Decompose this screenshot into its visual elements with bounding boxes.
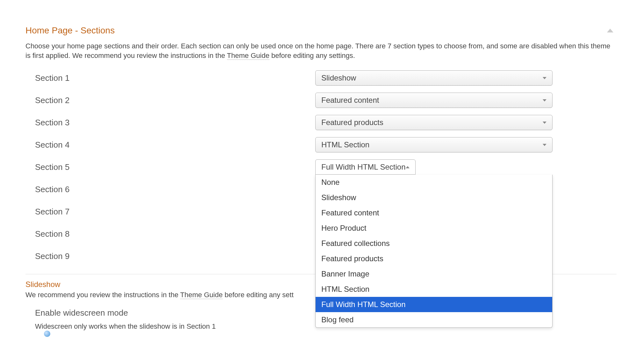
page-title: Home Page - Sections (25, 25, 115, 36)
section-label: Section 9 (35, 251, 315, 261)
section-label: Section 4 (35, 140, 315, 150)
globe-icon (44, 331, 50, 337)
section-5-dropdown-wrapper: Full Width HTML Section None Slideshow F… (315, 159, 416, 175)
section-description: Choose your home page sections and their… (25, 41, 617, 60)
section-row-4: Section 4 HTML Section (35, 136, 617, 153)
dropdown-option-full-width-html[interactable]: Full Width HTML Section (316, 297, 552, 312)
theme-guide-link-2[interactable]: Theme Guide (180, 291, 223, 299)
slideshow-desc-after: before editing any sett (223, 291, 294, 299)
description-text-after: before editing any settings. (269, 52, 355, 60)
dropdown-option-slideshow[interactable]: Slideshow (316, 190, 552, 205)
theme-guide-link[interactable]: Theme Guide (227, 52, 269, 60)
section-row-2: Section 2 Featured content (35, 92, 617, 108)
dropdown-option-featured-content[interactable]: Featured content (316, 205, 552, 220)
section-5-dropdown[interactable]: Full Width HTML Section (315, 159, 416, 175)
dropdown-option-none[interactable]: None (316, 175, 552, 190)
chevron-down-icon (543, 122, 546, 124)
dropdown-option-hero-product[interactable]: Hero Product (316, 220, 552, 236)
sections-grid: Section 1 Slideshow Section 2 Featured c… (25, 70, 617, 264)
section-4-dropdown[interactable]: HTML Section (315, 137, 553, 152)
section-3-dropdown[interactable]: Featured products (315, 115, 553, 130)
slideshow-desc-before: We recommend you review the instructions… (25, 291, 180, 299)
dropdown-value: Full Width HTML Section (321, 163, 406, 172)
section-label: Section 6 (35, 185, 315, 194)
dropdown-option-featured-products[interactable]: Featured products (316, 251, 552, 266)
section-label: Section 7 (35, 207, 315, 217)
chevron-down-icon (543, 99, 546, 102)
dropdown-value: Featured products (321, 118, 383, 127)
section-label: Section 8 (35, 229, 315, 239)
chevron-down-icon (543, 77, 546, 79)
section-label: Section 5 (35, 162, 315, 172)
dropdown-option-blog-feed[interactable]: Blog feed (316, 312, 552, 327)
dropdown-option-banner-image[interactable]: Banner Image (316, 266, 552, 282)
dropdown-panel: None Slideshow Featured content Hero Pro… (315, 175, 553, 328)
dropdown-option-html-section[interactable]: HTML Section (316, 282, 552, 297)
chevron-up-icon (406, 166, 410, 168)
widescreen-note-text: Widescreen only works when the slideshow… (35, 322, 216, 331)
section-1-dropdown[interactable]: Slideshow (315, 70, 553, 86)
section-label: Section 2 (35, 95, 315, 105)
section-row-1: Section 1 Slideshow (35, 70, 617, 86)
dropdown-value: Featured content (321, 96, 379, 105)
section-label: Section 3 (35, 118, 315, 128)
collapse-icon[interactable] (607, 29, 613, 32)
dropdown-value: HTML Section (321, 140, 369, 149)
section-row-3: Section 3 Featured products (35, 114, 617, 131)
chevron-down-icon (543, 144, 546, 146)
section-header: Home Page - Sections (25, 25, 617, 36)
dropdown-option-featured-collections[interactable]: Featured collections (316, 236, 552, 251)
dropdown-value: Slideshow (321, 74, 356, 82)
section-2-dropdown[interactable]: Featured content (315, 93, 553, 108)
section-row-5: Section 5 Full Width HTML Section None S… (35, 159, 617, 175)
section-label: Section 1 (35, 73, 315, 83)
